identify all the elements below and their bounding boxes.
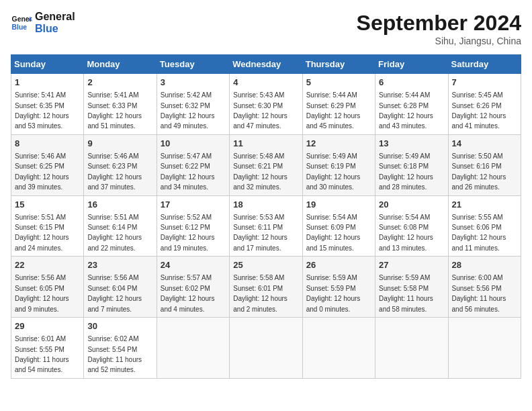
day-number: 12 bbox=[306, 138, 371, 150]
day-number: 6 bbox=[379, 77, 444, 89]
calendar-cell bbox=[375, 318, 448, 379]
day-number: 29 bbox=[15, 320, 80, 332]
day-info: Sunrise: 6:00 AMSunset: 5:56 PMDaylight:… bbox=[452, 274, 506, 312]
calendar-cell: 23Sunrise: 5:56 AMSunset: 6:04 PMDayligh… bbox=[84, 257, 157, 318]
day-info: Sunrise: 5:53 AMSunset: 6:11 PMDaylight:… bbox=[233, 214, 287, 252]
day-number: 25 bbox=[233, 259, 298, 271]
day-info: Sunrise: 5:49 AMSunset: 6:19 PMDaylight:… bbox=[306, 152, 361, 191]
day-number: 14 bbox=[452, 138, 517, 150]
calendar-cell bbox=[448, 318, 521, 379]
day-info: Sunrise: 5:48 AMSunset: 6:21 PMDaylight:… bbox=[233, 152, 287, 191]
calendar-cell: 28Sunrise: 6:00 AMSunset: 5:56 PMDayligh… bbox=[448, 257, 521, 318]
col-wednesday: Wednesday bbox=[230, 55, 302, 74]
day-info: Sunrise: 5:41 AMSunset: 6:33 PMDaylight:… bbox=[87, 91, 142, 130]
day-info: Sunrise: 5:44 AMSunset: 6:28 PMDaylight:… bbox=[379, 91, 433, 130]
day-info: Sunrise: 5:52 AMSunset: 6:12 PMDaylight:… bbox=[161, 214, 215, 252]
calendar-cell: 25Sunrise: 5:58 AMSunset: 6:01 PMDayligh… bbox=[230, 257, 302, 318]
calendar-cell: 1Sunrise: 5:41 AMSunset: 6:35 PMDaylight… bbox=[11, 74, 84, 135]
day-info: Sunrise: 6:01 AMSunset: 5:55 PMDaylight:… bbox=[15, 335, 69, 373]
day-info: Sunrise: 5:44 AMSunset: 6:29 PMDaylight:… bbox=[306, 91, 361, 130]
calendar-cell: 22Sunrise: 5:56 AMSunset: 6:05 PMDayligh… bbox=[11, 257, 84, 318]
page-header: General Blue General Blue September 2024… bbox=[11, 11, 521, 46]
day-info: Sunrise: 5:46 AMSunset: 6:23 PMDaylight:… bbox=[87, 152, 142, 191]
day-info: Sunrise: 5:56 AMSunset: 6:05 PMDaylight:… bbox=[15, 274, 69, 312]
day-number: 4 bbox=[233, 77, 298, 89]
col-friday: Friday bbox=[375, 55, 448, 74]
day-info: Sunrise: 5:57 AMSunset: 6:02 PMDaylight:… bbox=[161, 274, 215, 312]
day-number: 20 bbox=[379, 199, 444, 211]
day-info: Sunrise: 5:45 AMSunset: 6:26 PMDaylight:… bbox=[452, 91, 506, 130]
day-info: Sunrise: 5:54 AMSunset: 6:09 PMDaylight:… bbox=[306, 214, 361, 252]
day-info: Sunrise: 6:02 AMSunset: 5:54 PMDaylight:… bbox=[87, 335, 142, 373]
logo: General Blue General Blue bbox=[11, 11, 75, 35]
col-sunday: Sunday bbox=[11, 55, 84, 74]
calendar-cell: 18Sunrise: 5:53 AMSunset: 6:11 PMDayligh… bbox=[230, 195, 302, 257]
svg-text:Blue: Blue bbox=[12, 24, 28, 31]
calendar-cell: 2Sunrise: 5:41 AMSunset: 6:33 PMDaylight… bbox=[84, 74, 157, 135]
calendar-cell: 24Sunrise: 5:57 AMSunset: 6:02 PMDayligh… bbox=[157, 257, 229, 318]
calendar-week-row: 22Sunrise: 5:56 AMSunset: 6:05 PMDayligh… bbox=[11, 257, 521, 318]
calendar-cell: 5Sunrise: 5:44 AMSunset: 6:29 PMDaylight… bbox=[302, 74, 375, 135]
day-info: Sunrise: 5:55 AMSunset: 6:06 PMDaylight:… bbox=[452, 214, 506, 252]
day-info: Sunrise: 5:42 AMSunset: 6:32 PMDaylight:… bbox=[161, 91, 215, 130]
calendar-cell: 4Sunrise: 5:43 AMSunset: 6:30 PMDaylight… bbox=[230, 74, 302, 135]
day-number: 8 bbox=[15, 138, 80, 150]
calendar-cell: 6Sunrise: 5:44 AMSunset: 6:28 PMDaylight… bbox=[375, 74, 448, 135]
day-number: 1 bbox=[15, 77, 80, 89]
day-number: 18 bbox=[233, 199, 298, 211]
day-info: Sunrise: 5:49 AMSunset: 6:18 PMDaylight:… bbox=[379, 152, 433, 191]
calendar-cell: 7Sunrise: 5:45 AMSunset: 6:26 PMDaylight… bbox=[448, 74, 521, 135]
calendar-cell bbox=[230, 318, 302, 379]
calendar-cell: 13Sunrise: 5:49 AMSunset: 6:18 PMDayligh… bbox=[375, 134, 448, 195]
day-info: Sunrise: 5:59 AMSunset: 5:58 PMDaylight:… bbox=[379, 274, 433, 312]
calendar-cell: 8Sunrise: 5:46 AMSunset: 6:25 PMDaylight… bbox=[11, 134, 84, 195]
day-number: 17 bbox=[161, 199, 226, 211]
day-number: 13 bbox=[379, 138, 444, 150]
calendar-cell: 3Sunrise: 5:42 AMSunset: 6:32 PMDaylight… bbox=[157, 74, 229, 135]
day-number: 21 bbox=[452, 199, 517, 211]
calendar-cell: 12Sunrise: 5:49 AMSunset: 6:19 PMDayligh… bbox=[302, 134, 375, 195]
day-number: 2 bbox=[87, 77, 152, 89]
day-number: 24 bbox=[161, 259, 226, 271]
calendar-cell bbox=[302, 318, 375, 379]
calendar-cell: 14Sunrise: 5:50 AMSunset: 6:16 PMDayligh… bbox=[448, 134, 521, 195]
day-info: Sunrise: 5:46 AMSunset: 6:25 PMDaylight:… bbox=[15, 152, 69, 191]
calendar-cell: 17Sunrise: 5:52 AMSunset: 6:12 PMDayligh… bbox=[157, 195, 229, 257]
calendar-cell: 19Sunrise: 5:54 AMSunset: 6:09 PMDayligh… bbox=[302, 195, 375, 257]
day-number: 3 bbox=[161, 77, 226, 89]
calendar-cell: 26Sunrise: 5:59 AMSunset: 5:59 PMDayligh… bbox=[302, 257, 375, 318]
col-monday: Monday bbox=[84, 55, 157, 74]
calendar-cell: 27Sunrise: 5:59 AMSunset: 5:58 PMDayligh… bbox=[375, 257, 448, 318]
day-number: 15 bbox=[15, 199, 80, 211]
calendar-cell: 9Sunrise: 5:46 AMSunset: 6:23 PMDaylight… bbox=[84, 134, 157, 195]
day-info: Sunrise: 5:56 AMSunset: 6:04 PMDaylight:… bbox=[87, 274, 142, 312]
day-number: 28 bbox=[452, 259, 517, 271]
calendar-week-row: 15Sunrise: 5:51 AMSunset: 6:15 PMDayligh… bbox=[11, 195, 521, 257]
calendar-cell: 29Sunrise: 6:01 AMSunset: 5:55 PMDayligh… bbox=[11, 318, 84, 379]
day-number: 5 bbox=[306, 77, 371, 89]
day-number: 27 bbox=[379, 259, 444, 271]
day-number: 19 bbox=[306, 199, 371, 211]
logo-blue: Blue bbox=[35, 23, 75, 35]
day-info: Sunrise: 5:59 AMSunset: 5:59 PMDaylight:… bbox=[306, 274, 361, 312]
day-number: 30 bbox=[87, 320, 152, 332]
location: Sihu, Jiangsu, China bbox=[357, 36, 521, 46]
day-number: 9 bbox=[87, 138, 152, 150]
month-title: September 2024 bbox=[357, 11, 521, 36]
calendar-cell: 21Sunrise: 5:55 AMSunset: 6:06 PMDayligh… bbox=[448, 195, 521, 257]
day-number: 23 bbox=[87, 259, 152, 271]
day-info: Sunrise: 5:43 AMSunset: 6:30 PMDaylight:… bbox=[233, 91, 287, 130]
day-number: 7 bbox=[452, 77, 517, 89]
calendar-cell: 10Sunrise: 5:47 AMSunset: 6:22 PMDayligh… bbox=[157, 134, 229, 195]
day-number: 26 bbox=[306, 259, 371, 271]
col-saturday: Saturday bbox=[448, 55, 521, 74]
calendar-cell bbox=[157, 318, 229, 379]
day-number: 22 bbox=[15, 259, 80, 271]
day-info: Sunrise: 5:58 AMSunset: 6:01 PMDaylight:… bbox=[233, 274, 287, 312]
col-tuesday: Tuesday bbox=[157, 55, 229, 74]
calendar-header-row: Sunday Monday Tuesday Wednesday Thursday… bbox=[11, 55, 521, 74]
logo-icon: General Blue bbox=[11, 12, 32, 34]
day-number: 16 bbox=[87, 199, 152, 211]
calendar-week-row: 8Sunrise: 5:46 AMSunset: 6:25 PMDaylight… bbox=[11, 134, 521, 195]
calendar-cell: 15Sunrise: 5:51 AMSunset: 6:15 PMDayligh… bbox=[11, 195, 84, 257]
